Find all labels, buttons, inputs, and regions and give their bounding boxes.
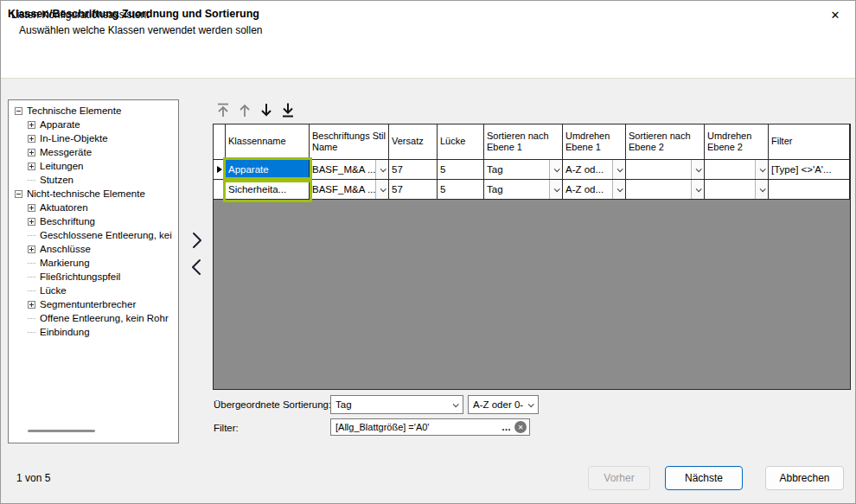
- sortieren-ebene1-cell[interactable]: Tag: [484, 180, 563, 200]
- dropdown-arrow-icon[interactable]: [448, 396, 463, 413]
- cell-text: 57: [392, 164, 437, 175]
- sortieren-ebene2-cell[interactable]: [626, 180, 705, 200]
- umdrehen-ebene1-cell[interactable]: A-Z od...: [563, 160, 626, 180]
- tree-item-label: Segmentunterbrecher: [40, 299, 136, 309]
- sorting-dropdown[interactable]: Tag: [330, 395, 463, 414]
- tree-item[interactable]: Leitungen: [13, 159, 178, 173]
- collapse-icon[interactable]: [15, 107, 22, 115]
- column-header[interactable]: Umdrehen Ebene 2: [705, 124, 769, 160]
- tree-item[interactable]: Technische Elemente: [13, 104, 178, 118]
- tree-item[interactable]: Aktuatoren: [13, 201, 178, 214]
- row-selector[interactable]: [214, 180, 226, 200]
- expand-icon[interactable]: [28, 301, 35, 309]
- sorting-direction-dropdown[interactable]: A-Z oder 0-9: [468, 395, 539, 414]
- tree-item[interactable]: Stutzen: [13, 173, 178, 187]
- stil-name-cell[interactable]: BASF_M&A ...: [310, 160, 389, 180]
- expand-icon[interactable]: [28, 204, 35, 212]
- filter-label: Filter:: [214, 423, 239, 433]
- tree-item[interactable]: Nicht-technische Elemente: [13, 187, 178, 201]
- row-selector-header: [214, 124, 226, 160]
- dropdown-arrow-icon[interactable]: [612, 160, 625, 179]
- filter-cell[interactable]: [769, 180, 850, 200]
- expand-icon[interactable]: [28, 218, 35, 226]
- clear-filter-icon[interactable]: ✕: [514, 421, 527, 433]
- umdrehen-ebene1-cell[interactable]: A-Z od...: [563, 180, 626, 200]
- tree-item[interactable]: Segmentunterbrecher: [13, 297, 178, 311]
- dropdown-arrow-icon[interactable]: [612, 180, 625, 199]
- sortieren-ebene1-cell[interactable]: Tag: [484, 160, 563, 180]
- luecke-cell[interactable]: 5: [438, 160, 484, 180]
- expand-icon[interactable]: [28, 163, 35, 170]
- tree-branch-line: [28, 277, 35, 278]
- tree-item[interactable]: Lücke: [13, 284, 178, 297]
- move-to-bottom-icon[interactable]: [279, 101, 296, 118]
- cell-text: 57: [392, 184, 437, 195]
- chevron-left-icon: [190, 258, 203, 277]
- umdrehen-ebene2-cell[interactable]: [705, 160, 769, 180]
- sortieren-ebene2-cell[interactable]: [626, 160, 705, 180]
- tree-item[interactable]: Beschriftung: [13, 214, 178, 228]
- column-header[interactable]: Versatz: [389, 124, 438, 160]
- tree-item[interactable]: Einbindung: [13, 325, 178, 339]
- dropdown-arrow-icon[interactable]: [755, 180, 768, 199]
- horizontal-scrollbar-thumb[interactable]: [28, 430, 95, 432]
- expand-icon[interactable]: [28, 246, 35, 253]
- tree-item[interactable]: Offene Entleerung, kein Rohr: [13, 311, 178, 325]
- filter-cell[interactable]: [Type] <>'A'...: [769, 160, 850, 180]
- tree-item[interactable]: Fließrichtungspfeil: [13, 270, 178, 284]
- column-header[interactable]: Sortieren nach Ebene 1: [484, 124, 563, 160]
- filter-input[interactable]: [Allg_Blattgröße] ='A0' … ✕: [330, 418, 530, 436]
- klassenname-cell[interactable]: Sicherheita...: [226, 180, 310, 200]
- dropdown-arrow-icon[interactable]: [691, 180, 704, 199]
- luecke-cell[interactable]: 5: [438, 180, 484, 200]
- column-header[interactable]: Filter: [769, 124, 850, 160]
- dropdown-arrow-icon[interactable]: [755, 160, 768, 179]
- column-header[interactable]: Klassenname: [226, 124, 310, 160]
- wizard-page-counter: 1 von 5: [16, 472, 50, 484]
- next-button[interactable]: Nächste: [665, 466, 743, 490]
- dropdown-arrow-icon[interactable]: [549, 160, 562, 179]
- move-right-button[interactable]: [190, 231, 203, 252]
- stil-name-cell[interactable]: BASF_M&A ...: [310, 180, 389, 200]
- tree-item-label: In-Line-Objekte: [40, 133, 108, 144]
- dropdown-arrow-icon[interactable]: [375, 180, 388, 199]
- tree-branch-line: [28, 263, 35, 264]
- tree-item[interactable]: Geschlossene Entleerung, kei: [13, 228, 178, 242]
- tree-item[interactable]: In-Line-Objekte: [13, 131, 178, 145]
- tree-item[interactable]: Messgeräte: [13, 145, 178, 159]
- dropdown-arrow-icon[interactable]: [523, 396, 538, 413]
- tree-item[interactable]: Markierung: [13, 256, 178, 270]
- dropdown-arrow-icon[interactable]: [691, 160, 704, 179]
- column-header[interactable]: Beschriftungs Stil Name: [310, 124, 389, 160]
- column-header[interactable]: Sortieren nach Ebene 2: [626, 124, 705, 160]
- move-left-button[interactable]: [190, 258, 203, 279]
- expand-icon[interactable]: [28, 149, 35, 156]
- move-down-icon[interactable]: [258, 101, 274, 118]
- table-row: Sicherheita... BASF_M&A ... 57 5 Tag A-Z…: [214, 180, 850, 200]
- ellipsis-browse-button[interactable]: …: [501, 422, 513, 432]
- column-header[interactable]: Lücke: [438, 124, 484, 160]
- move-to-top-icon[interactable]: [214, 101, 231, 118]
- tree-branch-line: [28, 180, 35, 181]
- cancel-button[interactable]: Abbrechen: [765, 466, 844, 490]
- tree-item-label: Einbindung: [40, 327, 90, 337]
- versatz-cell[interactable]: 57: [389, 180, 438, 200]
- expand-icon[interactable]: [28, 135, 35, 143]
- back-button[interactable]: Vorher: [588, 466, 650, 490]
- page-title: Klassen/Beschriftung Zuordnung und Sorti…: [8, 8, 259, 20]
- expand-icon[interactable]: [28, 121, 35, 129]
- column-header[interactable]: Umdrehen Ebene 1: [563, 124, 626, 160]
- collapse-icon[interactable]: [15, 190, 22, 198]
- dropdown-arrow-icon[interactable]: [549, 180, 562, 199]
- cell-text: A-Z od...: [565, 164, 612, 175]
- dropdown-arrow-icon[interactable]: [375, 160, 388, 179]
- umdrehen-ebene2-cell[interactable]: [705, 180, 769, 200]
- move-up-icon[interactable]: [236, 101, 252, 118]
- versatz-cell[interactable]: 57: [389, 160, 438, 180]
- tree-item[interactable]: Anschlüsse: [13, 242, 178, 256]
- tree-item[interactable]: Apparate: [13, 118, 178, 131]
- tree-branch-line: [28, 290, 35, 291]
- close-icon[interactable]: ✕: [815, 1, 855, 29]
- klassenname-cell[interactable]: Apparate: [226, 160, 310, 180]
- current-row-indicator[interactable]: [214, 160, 226, 180]
